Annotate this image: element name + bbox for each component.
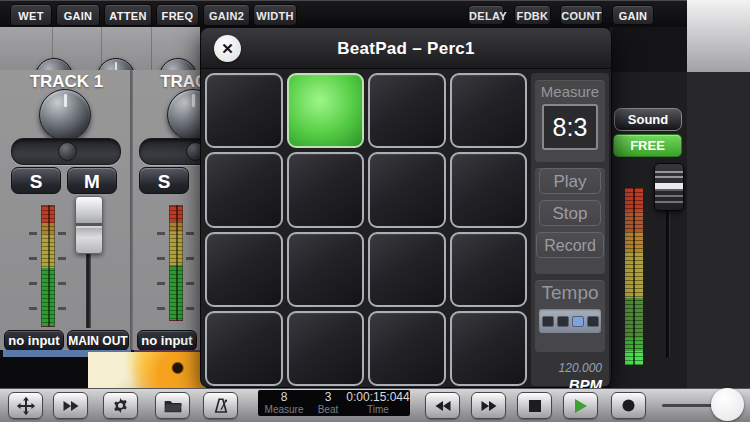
tab-atten[interactable]: ATTEN [104,4,152,26]
sound-button[interactable]: Sound [614,108,682,131]
pad[interactable] [205,232,283,307]
play-icon [573,398,588,414]
beatpad-controls: Measure 8:3 Play Stop Record Tempo 120.0… [531,73,609,386]
knob-indicator [64,94,67,107]
free-mode-button[interactable]: FREE [613,134,682,157]
meter-ticks [29,210,37,325]
divider [151,27,152,70]
tempo-led [542,316,554,327]
strip-divider [130,70,133,350]
bpm-value: 120.000 [559,361,602,375]
pad[interactable] [368,152,446,227]
play-transport-button[interactable] [563,392,598,419]
time-caption: Time [367,404,389,415]
move-button[interactable] [8,392,43,419]
pad[interactable] [205,152,283,227]
track2-input-button[interactable]: no input [137,330,197,351]
fast-forward-button[interactable] [471,392,506,419]
tab-wet[interactable]: WET [10,4,52,26]
tab-gain[interactable]: GAIN [56,4,100,26]
track1-volume-fader[interactable] [75,196,103,254]
tempo-led [572,316,584,327]
record-transport-button[interactable] [611,392,646,419]
stop-transport-button[interactable] [517,392,552,419]
gear-icon [111,396,130,415]
tab-gain2[interactable]: GAIN2 [203,4,250,26]
master-level-meter [625,188,643,365]
pad[interactable] [368,232,446,307]
skip-forward-button[interactable] [53,392,88,419]
play-button[interactable]: Play [539,168,601,194]
track1-pan-slider[interactable] [11,138,121,165]
rewind-icon [433,399,453,413]
metronome-icon [212,397,230,415]
close-icon[interactable]: ✕ [214,35,241,62]
tempo-section: Tempo [535,280,605,352]
measure-value: 8 [281,391,288,404]
stop-button[interactable]: Stop [539,200,601,226]
right-light-strip [687,0,750,72]
beat-value: 3 [325,391,332,404]
fx-tab-bar: WET GAIN ATTEN FREQ GAIN2 WIDTH DELAY FD… [0,0,687,27]
right-empty-panel [687,72,750,388]
folder-button[interactable] [155,392,190,419]
tempo-label: Tempo [535,280,605,304]
beatpad-title: BeatPad – Perc1 [201,28,611,69]
track1-mute-button[interactable]: M [67,167,117,194]
pad[interactable] [287,152,365,227]
record-button[interactable]: Record [536,232,604,258]
pad[interactable] [287,311,365,386]
pad[interactable] [450,311,528,386]
tempo-led [587,316,599,327]
tab-width[interactable]: WIDTH [253,4,297,26]
folder-icon [163,398,183,414]
measure-section: Measure 8:3 [535,80,605,162]
master-volume-fader[interactable] [654,163,684,211]
pad[interactable] [450,73,528,148]
measure-label: Measure [535,80,605,100]
measure-display: 8:3 [542,104,598,150]
knob-indicator [192,94,195,107]
track1-output-button[interactable]: MAIN OUT [67,330,129,351]
track-artwork [88,352,206,390]
slider-handle[interactable] [58,142,77,161]
meter-ticks [157,210,165,325]
tab-count[interactable]: COUNT [560,5,603,25]
time-value: 0:00:15:044 [346,391,409,404]
transport-toolbar: 8 Measure 3 Beat 0:00:15:044 Time [0,388,750,422]
track2-level-meter [169,205,183,321]
pad[interactable] [205,73,283,148]
fx-knob-row [0,27,200,70]
meter-ticks [186,210,194,325]
track1-solo-button[interactable]: S [11,167,61,194]
settings-button[interactable] [103,392,138,419]
pad[interactable] [287,73,365,148]
tab-fdbk[interactable]: FDBK [514,5,551,25]
beat-caption: Beat [318,404,339,415]
track1-level-meter [41,205,55,327]
transport-section: Play Stop Record [535,168,605,274]
record-panel-top [612,27,687,72]
beatpad-titlebar: BeatPad – Perc1 ✕ [201,28,611,69]
app-screen: WET GAIN ATTEN FREQ GAIN2 WIDTH DELAY FD… [0,0,750,422]
tab-gain-right[interactable]: GAIN [612,5,654,25]
rewind-button[interactable] [425,392,460,419]
master-slider-knob[interactable] [711,388,744,421]
tab-delay[interactable]: DELAY [468,5,504,25]
pad[interactable] [287,232,365,307]
track2-solo-button[interactable]: S [139,167,189,194]
fast-forward-icon [479,399,499,413]
pad[interactable] [368,73,446,148]
metronome-button[interactable] [203,392,238,419]
pad[interactable] [450,232,528,307]
tempo-led-panel[interactable] [539,309,601,333]
pad[interactable] [450,152,528,227]
pad[interactable] [205,311,283,386]
track1-pan-knob[interactable] [39,89,91,141]
pad[interactable] [368,311,446,386]
tab-freq[interactable]: FREQ [156,4,199,26]
track1-fader-rail [86,254,91,328]
stop-icon [528,399,542,413]
record-icon [621,398,636,413]
track1-input-button[interactable]: no input [4,330,64,351]
